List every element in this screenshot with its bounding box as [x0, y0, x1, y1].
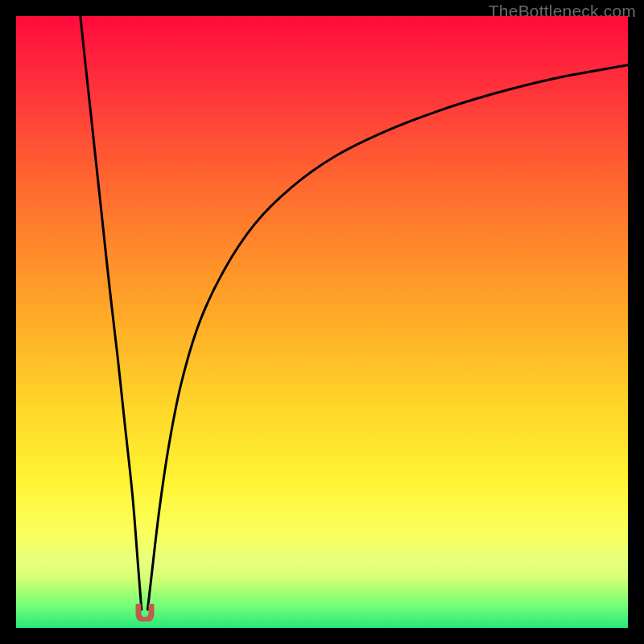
left-branch-curve [80, 16, 142, 609]
right-branch-curve [147, 65, 628, 609]
plot-area [16, 16, 628, 628]
curve-layer [16, 16, 628, 628]
chart-frame: TheBottleneck.com [0, 0, 644, 644]
